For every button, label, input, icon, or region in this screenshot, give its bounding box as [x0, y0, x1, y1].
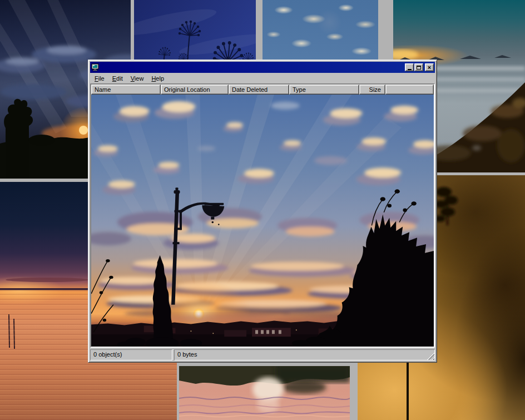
window-app-icon — [91, 63, 99, 71]
listview[interactable] — [91, 95, 434, 347]
maximize-icon — [417, 66, 421, 70]
maximize-button[interactable] — [414, 63, 423, 71]
column-header-size[interactable]: Size — [359, 85, 385, 95]
column-header-date-deleted[interactable]: Date Deleted — [229, 85, 289, 95]
menu-bar: File Edit View Help — [90, 73, 435, 83]
column-header-filler — [385, 85, 434, 95]
list-client-area: Name Original Location Date Deleted Type… — [90, 83, 435, 348]
minimize-icon — [408, 69, 412, 70]
recycle-bin-window: × File Edit View Help Name Original Loca… — [88, 60, 437, 363]
column-header-original-location[interactable]: Original Location — [161, 85, 229, 95]
titlebar[interactable]: × — [90, 62, 435, 73]
sunset-lamp-photo — [91, 95, 434, 347]
close-button[interactable]: × — [425, 63, 434, 71]
status-object-count: 0 object(s) — [90, 349, 172, 360]
menu-help[interactable]: Help — [147, 74, 168, 83]
menu-edit[interactable]: Edit — [108, 74, 127, 83]
close-icon: × — [428, 65, 431, 71]
status-bar: 0 object(s) 0 bytes — [90, 349, 435, 360]
wallpaper-tile-water-reflection — [179, 366, 350, 420]
menu-file[interactable]: File — [91, 74, 108, 83]
status-byte-count: 0 bytes — [174, 349, 435, 360]
water-reflection-photo — [179, 366, 350, 420]
column-header-name[interactable]: Name — [91, 85, 161, 95]
minimize-button[interactable] — [405, 63, 414, 71]
menu-view[interactable]: View — [127, 74, 148, 83]
column-header-type[interactable]: Type — [289, 85, 359, 95]
pole-silhouette — [407, 363, 409, 420]
column-header-row: Name Original Location Date Deleted Type… — [91, 85, 434, 95]
